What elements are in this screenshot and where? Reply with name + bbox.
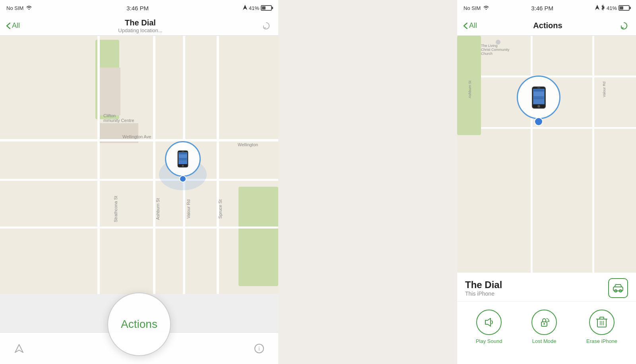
svg-rect-33	[600, 317, 604, 319]
svg-point-30	[543, 323, 545, 325]
actions-button-container: Actions	[107, 292, 171, 356]
battery-percent-right: 41%	[607, 5, 617, 11]
status-right-left: 41%	[243, 5, 272, 11]
svg-rect-24	[537, 87, 540, 88]
play-sound-label: Play Sound	[476, 338, 502, 344]
label-ashburn: Ashburn St	[155, 198, 160, 220]
nav-bar-left: All The Dial Updating location...	[0, 16, 278, 36]
battery-percent-left: 41%	[249, 5, 259, 11]
svg-rect-5	[179, 155, 187, 158]
nav-subtitle-left: Updating location...	[118, 27, 162, 33]
svg-rect-19	[533, 92, 544, 96]
road-v2	[153, 36, 155, 294]
back-label-right: All	[469, 21, 477, 30]
phone-right: No SIM 3:46 PM	[457, 0, 636, 364]
nav-bar-right: All Actions	[457, 16, 636, 36]
back-button-left[interactable]: All	[6, 21, 20, 30]
svg-point-23	[537, 105, 540, 108]
actions-label: Actions	[121, 318, 157, 331]
svg-rect-7	[179, 159, 187, 160]
time-left: 3:46 PM	[126, 5, 149, 12]
lost-mode-label: Lost Mode	[532, 338, 556, 344]
road-h3	[0, 227, 278, 228]
park-2	[238, 187, 278, 286]
church-dot	[496, 40, 500, 45]
wifi-icon-right	[483, 5, 489, 11]
road-v4	[217, 36, 219, 294]
actions-button[interactable]: Actions	[107, 292, 171, 356]
device-pin-right	[517, 76, 560, 126]
svg-rect-18	[533, 89, 544, 91]
device-subtitle: This iPhone	[465, 290, 502, 297]
refresh-icon-left[interactable]	[261, 20, 272, 31]
device-info-text: The Dial This iPhone	[465, 279, 502, 297]
refresh-icon-right[interactable]	[619, 20, 630, 31]
carrier-left: No SIM	[6, 5, 23, 11]
erase-label: Erase iPhone	[586, 338, 617, 344]
lost-mode-circle	[531, 310, 557, 335]
status-bar-left: No SIM 3:46 PM 41%	[0, 0, 278, 16]
status-left: No SIM	[6, 5, 32, 11]
gps-icon-right	[595, 5, 599, 11]
svg-point-14	[486, 9, 487, 10]
label-church: The LivingChrist CommunityChurch	[481, 44, 510, 56]
back-button-right[interactable]: All	[463, 21, 477, 30]
road-rh2	[457, 127, 636, 129]
label-clifton-centre: Cliftonmmunity Centre	[103, 113, 134, 123]
road-rv2	[592, 36, 594, 273]
label-ashburn-r: Ashburn St	[468, 81, 472, 99]
svg-point-0	[29, 9, 29, 10]
svg-text:i: i	[258, 346, 260, 352]
time-right: 3:46 PM	[531, 5, 553, 12]
svg-rect-22	[533, 100, 544, 103]
road-v1	[97, 36, 100, 294]
back-label-left: All	[12, 21, 20, 30]
phone-left: No SIM 3:46 PM 41% All	[0, 0, 278, 364]
status-bar-right: No SIM 3:46 PM	[457, 0, 636, 16]
map-left: Cliftonmmunity Centre Wellington Ave Wel…	[0, 36, 278, 294]
gps-icon-left	[243, 5, 247, 11]
svg-marker-1	[243, 5, 247, 10]
actions-row: Play Sound Lost Mode	[457, 302, 636, 348]
label-valour: Valour Rd	[186, 199, 191, 219]
action-lost-mode[interactable]: Lost Mode	[531, 310, 557, 344]
svg-marker-11	[15, 345, 23, 352]
road-h2	[0, 179, 278, 181]
action-play-sound[interactable]: Play Sound	[476, 310, 502, 344]
info-icon-left[interactable]: i	[252, 341, 266, 356]
map-right: The LivingChrist CommunityChurch Ashburn…	[457, 36, 636, 273]
road-rv1	[531, 36, 533, 273]
svg-rect-20	[533, 96, 544, 97]
nav-title-block-left: The Dial Updating location...	[118, 18, 162, 33]
wifi-icon-left	[26, 5, 32, 11]
svg-marker-28	[485, 318, 491, 326]
bluetooth-icon-right	[601, 5, 605, 12]
device-pin-left	[165, 141, 201, 182]
directions-button[interactable]	[608, 278, 628, 298]
device-info-row: The Dial This iPhone	[457, 273, 636, 302]
bottom-panel-right: The Dial This iPhone	[457, 273, 636, 364]
device-dot-right	[534, 117, 543, 126]
label-spruce: Spruce St	[218, 199, 223, 219]
nav-title-left: The Dial	[118, 18, 162, 27]
location-icon-left[interactable]	[12, 341, 26, 356]
label-valour-r: Valour Rd	[602, 81, 606, 97]
label-strathcona: Strathcona St	[113, 196, 118, 223]
battery-icon-left	[261, 5, 272, 11]
device-name: The Dial	[465, 279, 502, 290]
building-block-1	[99, 68, 120, 115]
erase-circle	[589, 310, 615, 335]
play-sound-circle	[476, 310, 502, 335]
svg-rect-21	[533, 98, 544, 99]
svg-rect-8	[179, 161, 187, 163]
label-wellington-ave: Wellington Ave	[122, 134, 151, 139]
svg-rect-6	[179, 158, 187, 159]
device-dot-left	[179, 175, 186, 182]
action-erase[interactable]: Erase iPhone	[586, 310, 617, 344]
svg-rect-10	[182, 151, 184, 152]
nav-title-right: Actions	[533, 21, 562, 30]
device-circle-left	[165, 141, 201, 177]
status-right-right: 41%	[595, 5, 630, 12]
svg-marker-15	[595, 5, 599, 10]
label-wellington: Wellington	[238, 142, 258, 147]
